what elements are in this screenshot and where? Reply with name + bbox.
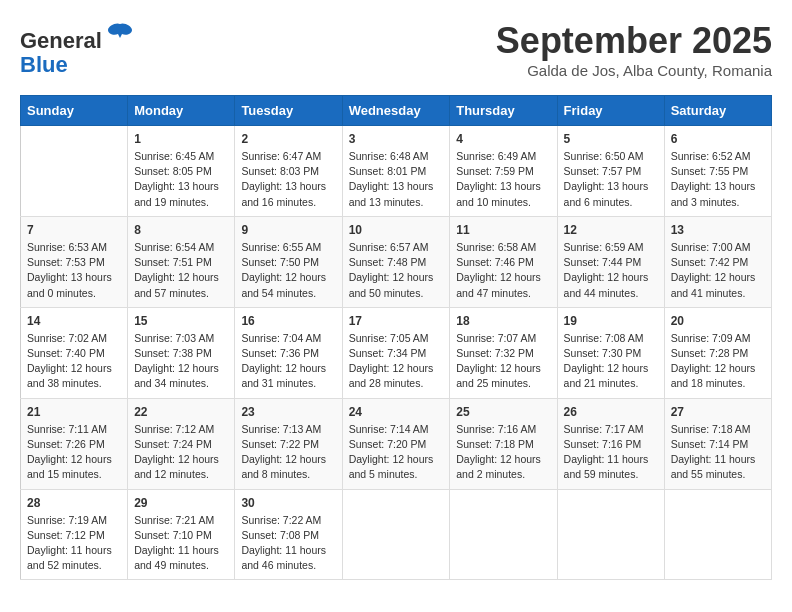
- day-number: 18: [456, 314, 550, 328]
- calendar-cell: 29Sunrise: 7:21 AM Sunset: 7:10 PM Dayli…: [128, 489, 235, 580]
- page-header: General Blue September 2025 Galda de Jos…: [20, 20, 772, 79]
- title-block: September 2025 Galda de Jos, Alba County…: [496, 20, 772, 79]
- calendar-cell: 2Sunrise: 6:47 AM Sunset: 8:03 PM Daylig…: [235, 126, 342, 217]
- calendar-cell: 27Sunrise: 7:18 AM Sunset: 7:14 PM Dayli…: [664, 398, 771, 489]
- calendar-cell: 25Sunrise: 7:16 AM Sunset: 7:18 PM Dayli…: [450, 398, 557, 489]
- calendar-cell: 9Sunrise: 6:55 AM Sunset: 7:50 PM Daylig…: [235, 216, 342, 307]
- calendar-cell: 12Sunrise: 6:59 AM Sunset: 7:44 PM Dayli…: [557, 216, 664, 307]
- calendar-cell: 15Sunrise: 7:03 AM Sunset: 7:38 PM Dayli…: [128, 307, 235, 398]
- day-info: Sunrise: 7:09 AM Sunset: 7:28 PM Dayligh…: [671, 331, 765, 392]
- calendar-cell: [557, 489, 664, 580]
- calendar-cell: 4Sunrise: 6:49 AM Sunset: 7:59 PM Daylig…: [450, 126, 557, 217]
- calendar-week-row: 1Sunrise: 6:45 AM Sunset: 8:05 PM Daylig…: [21, 126, 772, 217]
- location: Galda de Jos, Alba County, Romania: [496, 62, 772, 79]
- calendar-cell: 14Sunrise: 7:02 AM Sunset: 7:40 PM Dayli…: [21, 307, 128, 398]
- day-info: Sunrise: 6:49 AM Sunset: 7:59 PM Dayligh…: [456, 149, 550, 210]
- day-info: Sunrise: 7:04 AM Sunset: 7:36 PM Dayligh…: [241, 331, 335, 392]
- day-info: Sunrise: 7:08 AM Sunset: 7:30 PM Dayligh…: [564, 331, 658, 392]
- day-number: 14: [27, 314, 121, 328]
- day-info: Sunrise: 7:18 AM Sunset: 7:14 PM Dayligh…: [671, 422, 765, 483]
- day-info: Sunrise: 7:11 AM Sunset: 7:26 PM Dayligh…: [27, 422, 121, 483]
- day-info: Sunrise: 6:53 AM Sunset: 7:53 PM Dayligh…: [27, 240, 121, 301]
- day-number: 6: [671, 132, 765, 146]
- day-number: 30: [241, 496, 335, 510]
- calendar-week-row: 21Sunrise: 7:11 AM Sunset: 7:26 PM Dayli…: [21, 398, 772, 489]
- day-number: 21: [27, 405, 121, 419]
- weekday-header: Monday: [128, 96, 235, 126]
- calendar-cell: 8Sunrise: 6:54 AM Sunset: 7:51 PM Daylig…: [128, 216, 235, 307]
- day-number: 27: [671, 405, 765, 419]
- day-info: Sunrise: 6:48 AM Sunset: 8:01 PM Dayligh…: [349, 149, 444, 210]
- day-info: Sunrise: 6:47 AM Sunset: 8:03 PM Dayligh…: [241, 149, 335, 210]
- day-info: Sunrise: 6:59 AM Sunset: 7:44 PM Dayligh…: [564, 240, 658, 301]
- calendar-cell: 20Sunrise: 7:09 AM Sunset: 7:28 PM Dayli…: [664, 307, 771, 398]
- day-number: 22: [134, 405, 228, 419]
- day-info: Sunrise: 7:22 AM Sunset: 7:08 PM Dayligh…: [241, 513, 335, 574]
- day-number: 13: [671, 223, 765, 237]
- day-info: Sunrise: 6:57 AM Sunset: 7:48 PM Dayligh…: [349, 240, 444, 301]
- calendar-week-row: 7Sunrise: 6:53 AM Sunset: 7:53 PM Daylig…: [21, 216, 772, 307]
- day-info: Sunrise: 6:54 AM Sunset: 7:51 PM Dayligh…: [134, 240, 228, 301]
- day-number: 25: [456, 405, 550, 419]
- calendar-cell: [21, 126, 128, 217]
- day-info: Sunrise: 7:00 AM Sunset: 7:42 PM Dayligh…: [671, 240, 765, 301]
- day-number: 16: [241, 314, 335, 328]
- day-info: Sunrise: 7:17 AM Sunset: 7:16 PM Dayligh…: [564, 422, 658, 483]
- calendar-cell: [342, 489, 450, 580]
- calendar-cell: [450, 489, 557, 580]
- day-number: 8: [134, 223, 228, 237]
- calendar-cell: 7Sunrise: 6:53 AM Sunset: 7:53 PM Daylig…: [21, 216, 128, 307]
- weekday-header: Tuesday: [235, 96, 342, 126]
- calendar-cell: 22Sunrise: 7:12 AM Sunset: 7:24 PM Dayli…: [128, 398, 235, 489]
- day-info: Sunrise: 7:02 AM Sunset: 7:40 PM Dayligh…: [27, 331, 121, 392]
- day-number: 15: [134, 314, 228, 328]
- day-number: 3: [349, 132, 444, 146]
- day-info: Sunrise: 7:16 AM Sunset: 7:18 PM Dayligh…: [456, 422, 550, 483]
- day-number: 28: [27, 496, 121, 510]
- logo-general: General: [20, 28, 102, 53]
- weekday-header: Wednesday: [342, 96, 450, 126]
- day-number: 2: [241, 132, 335, 146]
- day-info: Sunrise: 6:45 AM Sunset: 8:05 PM Dayligh…: [134, 149, 228, 210]
- day-info: Sunrise: 7:19 AM Sunset: 7:12 PM Dayligh…: [27, 513, 121, 574]
- calendar-cell: 5Sunrise: 6:50 AM Sunset: 7:57 PM Daylig…: [557, 126, 664, 217]
- day-info: Sunrise: 7:13 AM Sunset: 7:22 PM Dayligh…: [241, 422, 335, 483]
- calendar-cell: 26Sunrise: 7:17 AM Sunset: 7:16 PM Dayli…: [557, 398, 664, 489]
- calendar-header-row: SundayMondayTuesdayWednesdayThursdayFrid…: [21, 96, 772, 126]
- calendar-week-row: 14Sunrise: 7:02 AM Sunset: 7:40 PM Dayli…: [21, 307, 772, 398]
- day-number: 11: [456, 223, 550, 237]
- weekday-header: Saturday: [664, 96, 771, 126]
- calendar-cell: 3Sunrise: 6:48 AM Sunset: 8:01 PM Daylig…: [342, 126, 450, 217]
- day-info: Sunrise: 6:50 AM Sunset: 7:57 PM Dayligh…: [564, 149, 658, 210]
- calendar-week-row: 28Sunrise: 7:19 AM Sunset: 7:12 PM Dayli…: [21, 489, 772, 580]
- calendar-cell: 16Sunrise: 7:04 AM Sunset: 7:36 PM Dayli…: [235, 307, 342, 398]
- calendar-cell: 21Sunrise: 7:11 AM Sunset: 7:26 PM Dayli…: [21, 398, 128, 489]
- day-number: 17: [349, 314, 444, 328]
- calendar-cell: 10Sunrise: 6:57 AM Sunset: 7:48 PM Dayli…: [342, 216, 450, 307]
- calendar-cell: 17Sunrise: 7:05 AM Sunset: 7:34 PM Dayli…: [342, 307, 450, 398]
- day-number: 20: [671, 314, 765, 328]
- day-info: Sunrise: 7:12 AM Sunset: 7:24 PM Dayligh…: [134, 422, 228, 483]
- day-number: 4: [456, 132, 550, 146]
- day-info: Sunrise: 7:03 AM Sunset: 7:38 PM Dayligh…: [134, 331, 228, 392]
- calendar-cell: [664, 489, 771, 580]
- day-number: 24: [349, 405, 444, 419]
- day-number: 9: [241, 223, 335, 237]
- day-number: 10: [349, 223, 444, 237]
- day-info: Sunrise: 7:14 AM Sunset: 7:20 PM Dayligh…: [349, 422, 444, 483]
- day-info: Sunrise: 7:21 AM Sunset: 7:10 PM Dayligh…: [134, 513, 228, 574]
- day-number: 7: [27, 223, 121, 237]
- day-number: 12: [564, 223, 658, 237]
- day-number: 1: [134, 132, 228, 146]
- weekday-header: Thursday: [450, 96, 557, 126]
- calendar-cell: 28Sunrise: 7:19 AM Sunset: 7:12 PM Dayli…: [21, 489, 128, 580]
- day-number: 26: [564, 405, 658, 419]
- calendar-cell: 13Sunrise: 7:00 AM Sunset: 7:42 PM Dayli…: [664, 216, 771, 307]
- day-info: Sunrise: 7:07 AM Sunset: 7:32 PM Dayligh…: [456, 331, 550, 392]
- month-title: September 2025: [496, 20, 772, 62]
- day-number: 19: [564, 314, 658, 328]
- day-number: 23: [241, 405, 335, 419]
- weekday-header: Friday: [557, 96, 664, 126]
- day-info: Sunrise: 6:55 AM Sunset: 7:50 PM Dayligh…: [241, 240, 335, 301]
- calendar-cell: 30Sunrise: 7:22 AM Sunset: 7:08 PM Dayli…: [235, 489, 342, 580]
